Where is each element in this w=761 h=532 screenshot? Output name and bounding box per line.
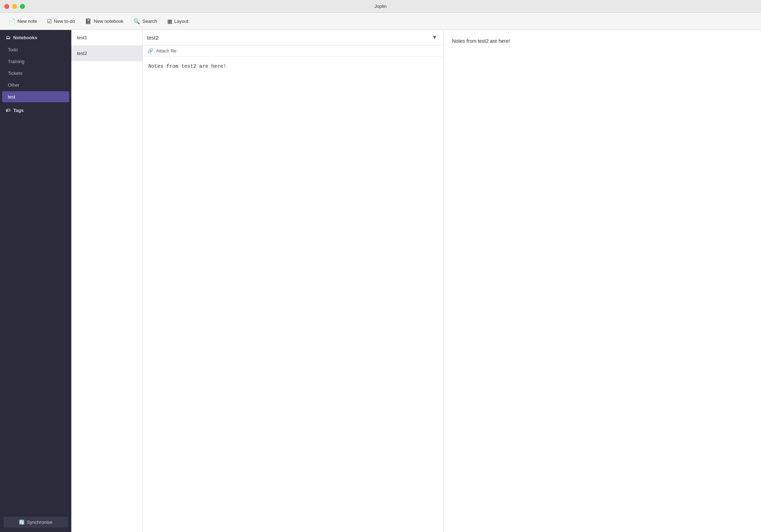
layout-button[interactable]: ▦ Layout [163,16,193,26]
new-notebook-button[interactable]: 📓 New notebook [81,16,128,26]
new-todo-label: New to-do [54,19,75,24]
sync-label: Synchronise [27,520,52,525]
editor-textarea[interactable]: Notes from test2 are here! [148,62,438,526]
new-note-icon: 📄 [9,19,15,24]
minimize-button[interactable] [12,4,17,9]
sidebar-item-todo[interactable]: Todo [2,44,69,55]
notebooks-icon: 🗂 [6,35,10,40]
editor-content: Notes from test2 are here! [143,57,443,532]
attach-file-label: Attach file [156,48,177,53]
chevron-down-icon: ▼ [432,34,438,40]
tags-label: Tags [13,108,24,113]
sidebar-item-tickets-label: Tickets [8,71,22,76]
note-title-test2: test2 [77,51,87,56]
attach-file-bar[interactable]: 🔗 Attach file [143,45,443,57]
sidebar-item-training-label: Training [8,59,24,64]
sync-button[interactable]: 🔄 Synchronise [4,517,68,528]
search-icon: 🔍 [133,19,140,24]
sidebar-item-test-label: test [8,94,15,99]
note-title-test1: test1 [77,35,87,40]
note-list: test1 test2 [71,30,143,532]
notebooks-section-header: 🗂 Notebooks [0,30,71,44]
editor-area: ▼ 🔗 Attach file Notes from test2 are her… [143,30,444,532]
sidebar-item-test[interactable]: test [2,91,69,102]
editor-title-input[interactable] [147,33,428,42]
editor-title-bar: ▼ [143,30,443,45]
sidebar-item-tickets[interactable]: Tickets [2,68,69,79]
close-button[interactable] [4,4,9,9]
tags-section-header: 🏷 Tags [0,103,71,115]
new-notebook-icon: 📓 [85,19,92,24]
sidebar-item-other[interactable]: Other [2,80,69,91]
new-note-label: New note [17,19,37,24]
sidebar-item-training[interactable]: Training [2,56,69,67]
preview-content: Notes from test2 are here! [452,38,510,44]
note-list-item-test1[interactable]: test1 [71,30,142,46]
notebooks-label: Notebooks [13,35,37,40]
preview-area: Notes from test2 are here! [444,30,761,532]
sync-icon: 🔄 [19,520,25,525]
editor-dropdown-button[interactable]: ▼ [430,33,439,42]
window-controls [4,4,25,9]
app-title: Joplin [374,4,387,9]
search-button[interactable]: 🔍 Search [129,16,161,26]
sidebar-item-other-label: Other [8,82,20,88]
layout-icon: ▦ [167,19,172,24]
new-todo-button[interactable]: ☑ New to-do [43,16,79,26]
sidebar: 🗂 Notebooks Todo Training Tickets Other … [0,30,71,532]
layout-label: Layout [174,19,188,24]
maximize-button[interactable] [20,4,25,9]
search-label: Search [142,19,157,24]
new-notebook-label: New notebook [94,19,123,24]
title-bar: Joplin [0,0,761,13]
new-note-button[interactable]: 📄 New note [4,16,41,26]
toolbar: 📄 New note ☑ New to-do 📓 New notebook 🔍 … [0,13,761,30]
tags-icon: 🏷 [6,108,10,113]
attach-file-icon: 🔗 [148,48,153,53]
sidebar-item-todo-label: Todo [8,47,18,52]
app-body: 🗂 Notebooks Todo Training Tickets Other … [0,30,761,532]
note-list-item-test2[interactable]: test2 [71,46,142,61]
new-todo-icon: ☑ [47,19,52,24]
